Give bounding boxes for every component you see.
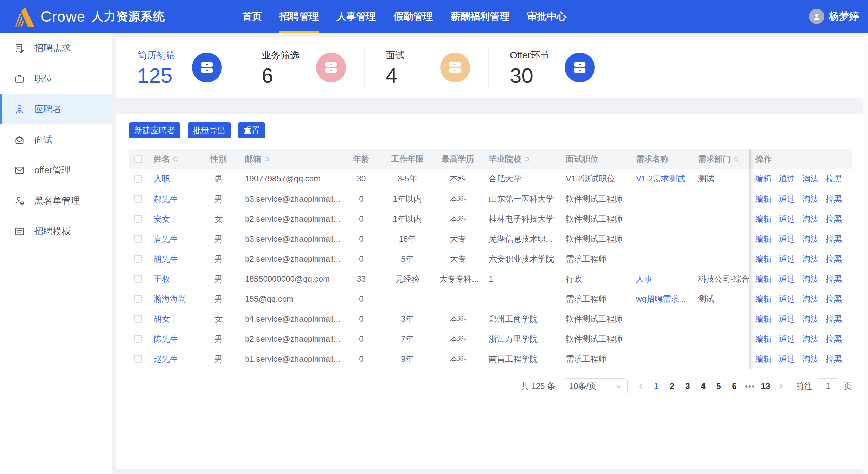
pass-link[interactable]: 通过 — [779, 214, 795, 224]
candidate-name-link[interactable]: 陈先生 — [154, 334, 178, 343]
pass-link[interactable]: 通过 — [779, 173, 795, 184]
sidebar-item-blacklist-management[interactable]: 黑名单管理 — [0, 185, 112, 216]
candidate-name-link[interactable]: 唐先生 — [154, 234, 178, 243]
pass-link[interactable]: 通过 — [779, 194, 795, 204]
edit-link[interactable]: 编辑 — [755, 234, 772, 244]
candidate-name-link[interactable]: 瀚海海尚 — [154, 294, 186, 303]
blacklist-link[interactable]: 拉黑 — [826, 173, 842, 184]
nav-item-compensation[interactable]: 薪酬福利管理 — [450, 0, 509, 33]
row-checkbox[interactable] — [134, 275, 142, 283]
candidate-name-link[interactable]: 王权 — [154, 274, 170, 283]
sidebar-item-recruitment-demand[interactable]: 招聘需求 — [0, 33, 112, 63]
row-checkbox[interactable] — [134, 295, 142, 303]
candidate-name-link[interactable]: 郝先生 — [154, 194, 178, 203]
scrollbar-track[interactable] — [863, 33, 868, 474]
stat-offer-stage[interactable]: Offer环节30 — [489, 46, 613, 89]
blacklist-link[interactable]: 拉黑 — [826, 354, 842, 364]
pass-link[interactable]: 通过 — [779, 334, 795, 344]
eliminate-link[interactable]: 淘汰 — [802, 254, 818, 264]
nav-item-personnel[interactable]: 人事管理 — [336, 0, 376, 33]
nav-item-home[interactable]: 首页 — [242, 0, 262, 33]
pass-link[interactable]: 通过 — [779, 314, 795, 324]
pass-link[interactable]: 通过 — [779, 294, 795, 304]
page-button-2[interactable]: 2 — [664, 378, 680, 394]
search-icon[interactable] — [170, 154, 179, 164]
page-button-6[interactable]: 6 — [727, 378, 742, 394]
blacklist-link[interactable]: 拉黑 — [826, 294, 842, 304]
blacklist-link[interactable]: 拉黑 — [826, 214, 842, 224]
stat-business-screening[interactable]: 业务筛选6 — [240, 46, 365, 89]
candidate-name-link[interactable]: 安女士 — [154, 214, 178, 223]
blacklist-link[interactable]: 拉黑 — [826, 254, 842, 264]
page-ellipsis[interactable]: ••• — [742, 378, 758, 394]
blacklist-link[interactable]: 拉黑 — [826, 194, 842, 204]
edit-link[interactable]: 编辑 — [755, 214, 772, 224]
edit-link[interactable]: 编辑 — [755, 254, 772, 264]
search-icon[interactable] — [521, 154, 531, 164]
select-all-checkbox[interactable] — [134, 155, 142, 163]
edit-link[interactable]: 编辑 — [755, 354, 772, 364]
sidebar-item-offer-management[interactable]: offer管理 — [0, 155, 112, 185]
edit-link[interactable]: 编辑 — [755, 314, 772, 324]
eliminate-link[interactable]: 淘汰 — [802, 194, 818, 204]
req-name-link[interactable]: wq招聘需求... — [636, 294, 686, 303]
req-name-link[interactable]: 人事 — [636, 274, 652, 283]
batch-export-button[interactable]: 批量导出 — [188, 122, 231, 138]
sidebar-item-interview[interactable]: 面试 — [0, 124, 112, 155]
eliminate-link[interactable]: 淘汰 — [802, 294, 818, 304]
stat-resume-screening[interactable]: 简历初筛125 — [116, 46, 240, 89]
blacklist-link[interactable]: 拉黑 — [826, 234, 842, 244]
stat-interview-stage[interactable]: 面试4 — [365, 46, 489, 89]
eliminate-link[interactable]: 淘汰 — [802, 314, 818, 324]
nav-item-attendance[interactable]: 假勤管理 — [393, 0, 433, 33]
edit-link[interactable]: 编辑 — [755, 334, 772, 344]
eliminate-link[interactable]: 淘汰 — [802, 354, 818, 364]
page-button-3[interactable]: 3 — [680, 378, 695, 394]
row-checkbox[interactable] — [134, 335, 142, 343]
candidate-name-link[interactable]: 赵先生 — [154, 354, 178, 363]
row-checkbox[interactable] — [134, 315, 142, 323]
candidate-name-link[interactable]: 胡女士 — [154, 314, 178, 323]
page-button-5[interactable]: 5 — [711, 378, 727, 394]
pass-link[interactable]: 通过 — [779, 354, 795, 364]
goto-page-input[interactable] — [817, 378, 839, 394]
page-button-13[interactable]: 13 — [758, 378, 773, 394]
search-icon[interactable] — [731, 154, 740, 164]
row-checkbox[interactable] — [134, 175, 142, 183]
edit-link[interactable]: 编辑 — [755, 274, 772, 284]
eliminate-link[interactable]: 淘汰 — [802, 173, 818, 184]
row-checkbox[interactable] — [134, 255, 142, 263]
page-button-4[interactable]: 4 — [695, 378, 711, 394]
user-menu[interactable]: 杨梦婷 — [809, 9, 859, 24]
req-name-link[interactable]: V1.2需求测试 — [636, 174, 685, 183]
eliminate-link[interactable]: 淘汰 — [802, 334, 818, 344]
pass-link[interactable]: 通过 — [779, 254, 795, 264]
pass-link[interactable]: 通过 — [779, 274, 795, 284]
blacklist-link[interactable]: 拉黑 — [826, 314, 842, 324]
page-size-select[interactable]: 10条/页 — [564, 378, 628, 394]
sidebar-item-candidates[interactable]: 应聘者 — [0, 94, 112, 124]
pass-link[interactable]: 通过 — [779, 234, 795, 244]
row-checkbox[interactable] — [134, 235, 142, 243]
row-checkbox[interactable] — [134, 215, 142, 223]
candidate-name-link[interactable]: 入职 — [154, 174, 170, 183]
page-button-1[interactable]: 1 — [649, 378, 664, 394]
prev-page-button[interactable] — [634, 378, 649, 394]
edit-link[interactable]: 编辑 — [755, 173, 772, 184]
blacklist-link[interactable]: 拉黑 — [826, 334, 842, 344]
row-checkbox[interactable] — [134, 355, 142, 363]
nav-item-recruitment[interactable]: 招聘管理 — [279, 0, 319, 33]
sidebar-item-recruitment-template[interactable]: 招聘模板 — [0, 216, 112, 246]
edit-link[interactable]: 编辑 — [755, 294, 772, 304]
search-icon[interactable] — [261, 154, 270, 164]
eliminate-link[interactable]: 淘汰 — [802, 214, 818, 224]
eliminate-link[interactable]: 淘汰 — [802, 274, 818, 284]
candidate-name-link[interactable]: 胡先生 — [154, 254, 178, 263]
row-checkbox[interactable] — [134, 195, 142, 203]
reset-button[interactable]: 重置 — [238, 122, 265, 138]
eliminate-link[interactable]: 淘汰 — [802, 234, 818, 244]
next-page-button[interactable] — [773, 378, 788, 394]
nav-item-approval-center[interactable]: 审批中心 — [527, 0, 566, 33]
create-candidate-button[interactable]: 新建应聘者 — [129, 122, 180, 138]
edit-link[interactable]: 编辑 — [755, 194, 772, 204]
